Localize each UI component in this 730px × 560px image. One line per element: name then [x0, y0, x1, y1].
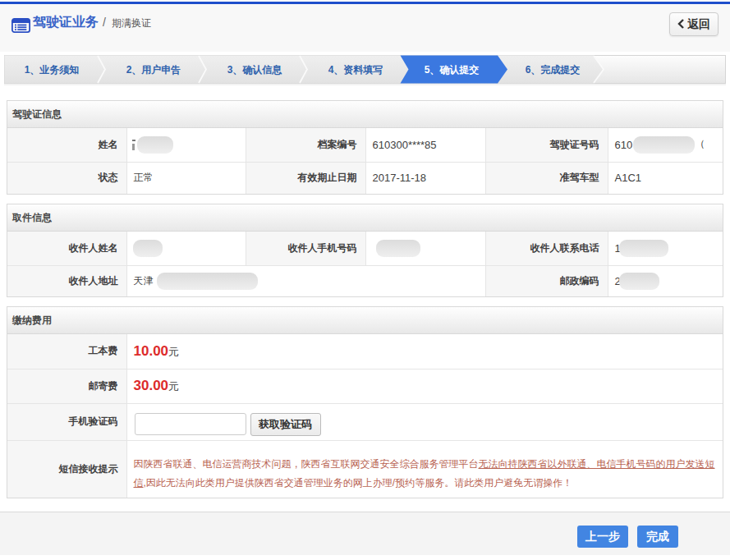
svg-text:1、业务须知: 1、业务须知	[25, 64, 80, 76]
svg-text:6、完成提交: 6、完成提交	[526, 64, 581, 76]
svg-text:4、资料填写: 4、资料填写	[328, 64, 383, 76]
svg-text:3、确认信息: 3、确认信息	[227, 64, 283, 76]
svg-text:2、用户申告: 2、用户申告	[126, 64, 181, 76]
svg-text:5、确认提交: 5、确认提交	[425, 64, 480, 76]
